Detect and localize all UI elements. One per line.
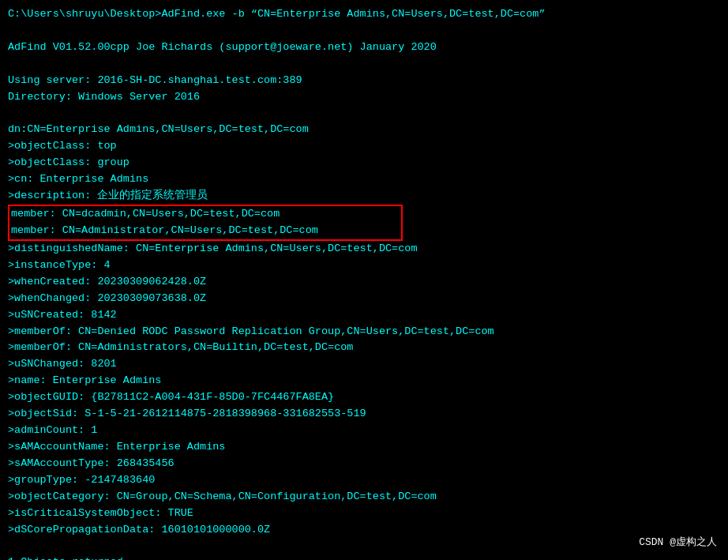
watermark: CSDN @虚构之人 — [639, 535, 717, 549]
directory: Directory: Windows Server 2016 — [8, 89, 720, 106]
member-of-rodc: >memberOf: CN=Denied RODC Password Repli… — [8, 324, 720, 340]
group-type: >groupType: -2147483640 — [8, 472, 720, 489]
object-category: >objectCategory: CN=Group,CN=Schema,CN=C… — [8, 489, 720, 506]
command-line: C:\Users\shruyu\Desktop>AdFind.exe -b “C… — [8, 6, 720, 23]
name-line: >name: Enterprise Admins — [8, 373, 720, 389]
description-line: >description: 企业的指定系统管理员 — [8, 188, 720, 205]
member-dcadmin: member: CN=dcadmin,CN=Users,DC=test,DC=c… — [9, 206, 401, 223]
when-changed: >whenChanged: 20230309073638.0Z — [8, 291, 720, 307]
adfind-version: AdFind V01.52.00cpp Joe Richards (suppor… — [8, 39, 720, 56]
objectclass-top: >objectClass: top — [8, 138, 720, 155]
member-of-admins: >memberOf: CN=Administrators,CN=Builtin,… — [8, 340, 720, 356]
when-created: >whenCreated: 20230309062428.0Z — [8, 274, 720, 291]
sam-account-type: >sAMAccountType: 268435456 — [8, 456, 720, 472]
cn-line: >cn: Enterprise Admins — [8, 171, 720, 188]
object-sid: >objectSid: S-1-5-21-2612114875-28183989… — [8, 406, 720, 423]
objects-returned: 1 Objects returned — [8, 554, 720, 560]
admin-count: >adminCount: 1 — [8, 423, 720, 439]
terminal-window: C:\Users\shruyu\Desktop>AdFind.exe -b “C… — [0, 0, 728, 560]
ds-core-propagation-data: >dSCorePropagationData: 16010101000000.0… — [8, 522, 720, 539]
dn-line: dn:CN=Enterprise Admins,CN=Users,DC=test… — [8, 122, 720, 138]
distinguished-name: >distinguishedName: CN=Enterprise Admins… — [8, 241, 720, 257]
using-server: Using server: 2016-SH-DC.shanghai.test.c… — [8, 73, 720, 89]
usn-created: >uSNCreated: 8142 — [8, 307, 720, 324]
instance-type: >instanceType: 4 — [8, 257, 720, 274]
usn-changed: >uSNChanged: 8201 — [8, 356, 720, 373]
member-administrator: member: CN=Administrator,CN=Users,DC=tes… — [9, 223, 401, 239]
highlighted-members-block: member: CN=dcadmin,CN=Users,DC=test,DC=c… — [8, 205, 403, 241]
object-guid: >objectGUID: {B27811C2-A004-431F-85D0-7F… — [8, 389, 720, 406]
is-critical-system-object: >isCriticalSystemObject: TRUE — [8, 506, 720, 522]
sam-account-name: >sAMAccountName: Enterprise Admins — [8, 439, 720, 456]
objectclass-group: >objectClass: group — [8, 155, 720, 171]
